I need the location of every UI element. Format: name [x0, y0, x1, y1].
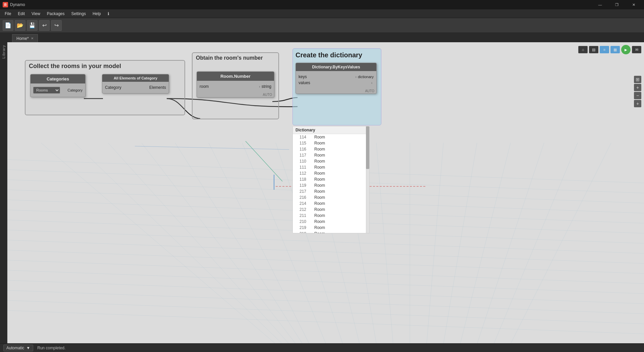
canvas-tool-list[interactable]: ≡: [600, 46, 609, 53]
canvas-tools: ⌂ ▤ ≡ ▦ ▶ ✉: [578, 45, 641, 54]
values-port-row: values ›: [299, 80, 374, 85]
dict-bykeys-header: Dictionary.ByKeysValues: [296, 63, 376, 71]
dict-value: Room: [314, 165, 325, 170]
new-button[interactable]: 📄: [3, 20, 13, 31]
menu-item-edit[interactable]: Edit: [14, 9, 28, 18]
zoom-in-button[interactable]: +: [634, 84, 641, 91]
sidebar: Library: [0, 42, 7, 343]
scrollbar-thumb[interactable]: [366, 126, 369, 169]
dict-row: 118Room: [293, 176, 369, 182]
app-title: Dynamo: [10, 2, 592, 7]
dict-row: 114Room: [293, 134, 369, 140]
dict-panel-header: Dictionary: [293, 126, 369, 134]
save-button[interactable]: 💾: [27, 20, 38, 31]
close-button[interactable]: ✕: [626, 0, 641, 9]
all-elements-port-row: Category Elements: [105, 85, 166, 90]
zoom-fit-button[interactable]: ⊞: [634, 76, 641, 83]
menu-item-packages[interactable]: Packages: [44, 9, 68, 18]
dict-key: 211: [300, 213, 312, 218]
dict-key: 112: [300, 171, 312, 176]
elements-output-label: Elements: [149, 85, 166, 90]
dict-value: Room: [314, 171, 325, 176]
canvas-tool-grid[interactable]: ▦: [610, 46, 620, 53]
dict-value: Room: [314, 183, 325, 188]
keys-arrow-icon: ›: [356, 75, 357, 79]
obtain-group-title: Obtain the room's number: [193, 53, 278, 63]
app-icon: R: [3, 2, 8, 7]
home-tab[interactable]: Home* ✕: [12, 34, 38, 42]
dict-value: Room: [314, 141, 325, 145]
string-output-label: string: [262, 84, 271, 89]
undo-button[interactable]: ↩: [39, 20, 50, 31]
dict-row: 119Room: [293, 182, 369, 188]
dict-row: 110Room: [293, 158, 369, 164]
room-input-label: room: [200, 84, 258, 89]
dict-row: 217Room: [293, 188, 369, 194]
open-button[interactable]: 📂: [15, 20, 25, 31]
scrollbar-track[interactable]: [366, 126, 369, 233]
dict-key: 110: [300, 159, 312, 164]
create-dict-title: Create the dictionary: [296, 51, 378, 59]
dict-key: 218: [300, 231, 312, 233]
room-number-body: room › string: [197, 81, 274, 92]
run-button[interactable]: ▶: [621, 45, 631, 54]
dict-value: Room: [314, 147, 325, 152]
dict-key: 214: [300, 201, 312, 206]
titlebar: R Dynamo — ❐ ✕: [0, 0, 644, 9]
dict-key: 119: [300, 183, 312, 188]
collect-group: Collect the rooms in your model Categori…: [25, 60, 185, 115]
obtain-group: Obtain the room's number Room.Number roo…: [192, 52, 279, 119]
minimize-button[interactable]: —: [592, 0, 608, 9]
dict-value: Room: [314, 213, 325, 218]
keys-port-row: keys › dictionary: [299, 74, 374, 79]
restore-button[interactable]: ❐: [609, 0, 625, 9]
room-number-header: Room.Number: [197, 72, 274, 81]
run-icon: ▶: [625, 48, 627, 52]
sidebar-library-label[interactable]: Library: [2, 42, 6, 61]
menu-item-help[interactable]: Help: [89, 9, 104, 18]
canvas[interactable]: Collect the rooms in your model Categori…: [7, 42, 644, 343]
run-mode-dropdown[interactable]: Automatic ▼: [3, 345, 33, 351]
menu-item-file[interactable]: File: [1, 9, 14, 18]
dict-key: 212: [300, 207, 312, 212]
room-port-row: room › string: [200, 84, 271, 89]
dict-row: 212Room: [293, 207, 369, 213]
menu-item-ℹ[interactable]: ℹ: [104, 9, 113, 18]
dict-row: 216Room: [293, 194, 369, 200]
categories-node-header: Categories: [31, 74, 85, 83]
rooms-dropdown[interactable]: Rooms: [33, 87, 60, 94]
categories-node[interactable]: Categories Rooms Category: [30, 74, 86, 97]
room-arrow-icon: ›: [259, 85, 260, 89]
dict-key: 217: [300, 189, 312, 194]
run-status-text: Run completed.: [37, 346, 65, 350]
canvas-tool-1[interactable]: ⌂: [578, 46, 588, 53]
categories-port-row: Rooms Category: [33, 87, 83, 94]
dict-bykeys-node[interactable]: Dictionary.ByKeysValues keys › dictionar…: [296, 63, 377, 94]
dict-key: 118: [300, 177, 312, 182]
dict-value: Room: [314, 189, 325, 194]
dict-row: 214Room: [293, 200, 369, 207]
dict-row: 111Room: [293, 164, 369, 170]
statusbar: Automatic ▼ Run completed.: [0, 343, 644, 352]
dict-key: 115: [300, 141, 312, 145]
dict-key: 116: [300, 147, 312, 152]
dict-value: Room: [314, 207, 325, 212]
redo-button[interactable]: ↪: [51, 20, 62, 31]
all-elements-node[interactable]: All Elements of Category Category Elemen…: [102, 74, 169, 94]
room-number-node[interactable]: Room.Number room › string AUTO: [197, 71, 274, 98]
dict-value: Room: [314, 135, 325, 139]
zoom-out-button[interactable]: −: [634, 92, 641, 99]
dictionary-output-label: dictionary: [358, 75, 374, 79]
notifications-button[interactable]: ✉: [632, 46, 641, 53]
menu-item-view[interactable]: View: [28, 9, 44, 18]
dict-row: 218Room: [293, 231, 369, 233]
category-output-label: Category: [61, 88, 83, 92]
zoom-extra-button[interactable]: +: [634, 100, 641, 107]
tabbar: Home* ✕: [0, 33, 644, 42]
keys-input-label: keys: [299, 74, 354, 79]
dict-key: 111: [300, 165, 312, 170]
menu-item-settings[interactable]: Settings: [68, 9, 89, 18]
canvas-tool-2[interactable]: ▤: [589, 46, 598, 53]
tab-close-icon[interactable]: ✕: [31, 37, 34, 40]
menubar: FileEditViewPackagesSettingsHelpℹ: [0, 9, 644, 18]
